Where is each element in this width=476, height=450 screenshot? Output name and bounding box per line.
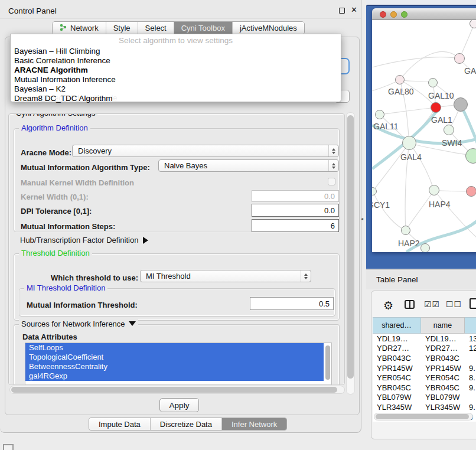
mi-steps-label: Mutual Information Steps:: [21, 222, 115, 231]
table-cell: YBR045C: [373, 383, 421, 393]
dropdown-prompt: Select algorithm to view settings: [11, 36, 341, 45]
network-node-gal10[interactable]: [428, 78, 438, 87]
network-node[interactable]: [470, 20, 476, 28]
gear-icon[interactable]: ⚙: [383, 299, 393, 312]
minimized-panel-icon[interactable]: [3, 444, 14, 450]
kernel-width-input[interactable]: 0.0: [252, 190, 339, 202]
algorithm-option[interactable]: Mutual Information Inference: [13, 75, 338, 84]
tab-label: Cyni Toolbox: [181, 24, 225, 32]
tab-infer-network[interactable]: Infer Network: [222, 418, 286, 430]
aracne-mode-select[interactable]: Discovery: [72, 145, 339, 157]
panel-title: Control Panel: [8, 6, 57, 15]
tab-cyni-toolbox[interactable]: Cyni Toolbox: [174, 22, 233, 34]
tab-discretize-data[interactable]: Discretize Data: [151, 418, 222, 430]
aracne-mode-label: Aracne Mode:: [21, 148, 71, 157]
network-node-gal1[interactable]: [431, 102, 441, 113]
tab-jactivemnodules[interactable]: jActiveMNodules: [233, 22, 304, 34]
table-cell: 12: [465, 344, 476, 354]
network-window-titlebar[interactable]: [372, 8, 476, 20]
column-header[interactable]: A: [465, 317, 476, 334]
table-row[interactable]: YBL079WYBL079W: [373, 393, 476, 403]
data-attribute-item[interactable]: TopologicalCoefficient: [25, 353, 324, 362]
network-node-hap2[interactable]: [401, 226, 410, 235]
tab-impute-data[interactable]: Impute Data: [89, 418, 151, 430]
group-title: Algorithm Definition: [19, 123, 90, 132]
select-all-checkboxes-icon[interactable]: ☑☑: [424, 299, 440, 309]
table-row[interactable]: YLR345WYLR345W9.: [373, 402, 476, 412]
collapse-down-icon[interactable]: [129, 321, 136, 326]
list-scrollbar[interactable]: [325, 344, 331, 383]
data-attribute-item[interactable]: BetweennessCentrality: [25, 362, 324, 371]
close-icon[interactable]: ✕: [351, 5, 357, 14]
network-window: GALGAL80GAL10GAL1GAL11SWI4GAL4GCY1HAP4YH…: [372, 8, 476, 252]
combo-stepper-icon: [328, 145, 338, 156]
settings-vscrollbar[interactable]: [346, 112, 355, 394]
algorithm-option[interactable]: ARACNE Algorithm: [13, 66, 338, 75]
data-attribute-item[interactable]: SelfLoops: [25, 343, 324, 353]
zoom-traffic-light-icon[interactable]: [401, 11, 407, 18]
new-table-icon[interactable]: [470, 298, 476, 309]
network-node-gal11[interactable]: [375, 110, 384, 119]
node-label: GCY1: [372, 200, 390, 210]
manual-kernel-width-checkbox[interactable]: [328, 178, 335, 185]
network-node[interactable]: [420, 243, 430, 252]
tab-select[interactable]: Select: [138, 22, 174, 34]
table-cell: 8.: [465, 373, 476, 383]
dpi-tolerance-input[interactable]: 0.0: [252, 204, 339, 217]
collapse-right-icon: [143, 237, 148, 244]
network-canvas[interactable]: GALGAL80GAL10GAL1GAL11SWI4GAL4GCY1HAP4YH…: [372, 20, 476, 252]
table-cell: YBR043C: [421, 353, 465, 363]
network-node-gal[interactable]: [454, 53, 465, 64]
close-traffic-light-icon[interactable]: [380, 11, 386, 18]
algorithm-option[interactable]: Basic Correlation Inference: [13, 56, 338, 66]
tab-label: jActiveMNodules: [240, 24, 297, 32]
cyni-algorithm-settings-group: Cyni Algorithm Settings Algorithm Defini…: [8, 113, 345, 385]
algorithm-option[interactable]: Bayesian – K2: [13, 84, 338, 94]
columns-icon[interactable]: [405, 300, 415, 309]
network-node[interactable]: [454, 97, 468, 112]
table-row[interactable]: YBR045CYBR045C9.: [373, 383, 476, 393]
algorithm-option[interactable]: Dream8 DC_TDC Algorithm: [13, 94, 338, 103]
table-row[interactable]: YDR27…YDR27…12: [373, 344, 476, 354]
table-cell: YDR27…: [421, 344, 465, 354]
splitter-collapse-icon[interactable]: ◂: [361, 216, 363, 221]
settings-hscrollbar[interactable]: [9, 386, 345, 394]
algorithm-option[interactable]: Bayesian – Hill Climbing: [13, 47, 338, 56]
algorithm-definition-group: Algorithm Definition Aracne Mode: Discov…: [14, 128, 340, 232]
network-node-swi4[interactable]: [444, 125, 454, 135]
network-node-gal80[interactable]: [395, 75, 405, 84]
network-node-y[interactable]: [466, 186, 476, 197]
float-window-icon[interactable]: [339, 8, 345, 14]
data-attribute-item[interactable]: gal4RGexp: [25, 371, 324, 381]
table-row[interactable]: YBR043CYBR043C: [373, 353, 476, 363]
node-label: GAL80: [388, 87, 414, 96]
which-threshold-select[interactable]: MI Threshold: [140, 270, 311, 282]
data-attributes-list[interactable]: SelfLoopsTopologicalCoefficientBetweenne…: [25, 343, 332, 385]
table-row[interactable]: YER054CYER054C8.: [373, 373, 476, 383]
minimize-traffic-light-icon[interactable]: [390, 11, 397, 18]
tab-style[interactable]: Style: [106, 22, 138, 34]
table-panel: ⚙ ☑☑ ☐☐ shared…nameA YDL19…YDL19…13YDR27…: [371, 291, 476, 439]
table-cell: YBR043C: [373, 353, 421, 363]
table-cell: [465, 393, 476, 403]
group-title: Cyni Algorithm Settings: [14, 113, 97, 118]
control-panel-tabs: Network Style Select Cyni Toolbox jActiv…: [52, 21, 305, 35]
table-cell: YDL19…: [373, 334, 421, 344]
desktop-strip: [366, 0, 476, 5]
table-cell: [465, 353, 476, 363]
deselect-all-checkboxes-icon[interactable]: ☐☐: [446, 299, 462, 309]
table-hscrollbar[interactable]: [374, 413, 473, 420]
threshold-definition-group: Threshold Definition Which threshold to …: [14, 253, 340, 321]
mi-algorithm-type-select[interactable]: Naive Bayes: [158, 159, 339, 172]
network-node-gal4[interactable]: [402, 136, 416, 150]
column-header[interactable]: shared…: [373, 317, 421, 334]
network-node-hap4[interactable]: [429, 185, 439, 195]
table-row[interactable]: YDL19…YDL19…13: [373, 334, 476, 344]
apply-button[interactable]: Apply: [159, 398, 199, 412]
table-row[interactable]: YPR145WYPR145W9.: [373, 363, 476, 373]
hub-transcription-factor-toggle[interactable]: Hub/Transcription Factor Definition: [20, 236, 148, 244]
mi-steps-input[interactable]: 6: [252, 219, 339, 232]
column-header[interactable]: name: [421, 317, 465, 334]
tab-network[interactable]: Network: [53, 22, 106, 34]
mi-threshold-input[interactable]: 0.5: [250, 297, 334, 310]
